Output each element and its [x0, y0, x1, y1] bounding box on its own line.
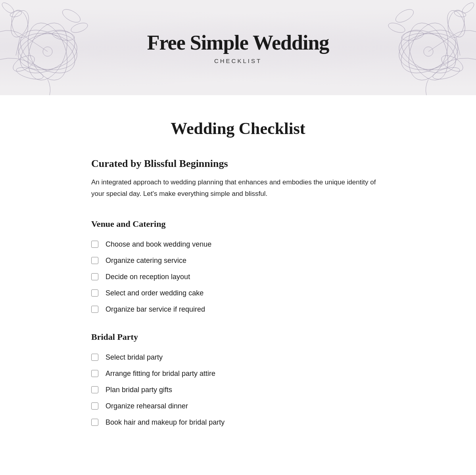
section-heading-venue: Venue and Catering [91, 219, 385, 229]
list-item: Organize catering service [91, 253, 385, 269]
item-label: Organize bar service if required [106, 305, 205, 314]
checklist-venue-items: Choose and book wedding venue Organize c… [91, 236, 385, 318]
section-bridal-party: Bridal Party Select bridal party Arrange… [91, 332, 385, 431]
item-label: Organize rehearsal dinner [106, 402, 188, 410]
checkbox[interactable] [91, 257, 98, 264]
svg-point-25 [446, 9, 466, 39]
list-item: Plan bridal party gifts [91, 382, 385, 398]
svg-point-12 [70, 21, 89, 34]
list-item: Select and order wedding cake [91, 285, 385, 301]
item-label: Plan bridal party gifts [106, 386, 172, 394]
header-banner: Free Simple Wedding CHECKLIST [0, 0, 476, 95]
checkbox[interactable] [91, 289, 98, 297]
svg-point-11 [60, 7, 82, 25]
checkbox[interactable] [91, 273, 98, 280]
checklist-bridal-items: Select bridal party Arrange fitting for … [91, 349, 385, 431]
list-item: Select bridal party [91, 349, 385, 366]
author-heading: Curated by Blissful Beginnings [91, 158, 385, 170]
section-venue-catering: Venue and Catering Choose and book weddi… [91, 219, 385, 318]
header-title: Free Simple Wedding [147, 31, 329, 54]
list-item: Arrange fitting for bridal party attire [91, 366, 385, 382]
checkbox[interactable] [91, 370, 98, 377]
svg-point-27 [393, 7, 415, 25]
checkbox[interactable] [91, 386, 98, 393]
page-title: Wedding Checklist [91, 119, 385, 138]
item-label: Decide on reception layout [106, 273, 190, 281]
item-label: Arrange fitting for bridal party attire [106, 370, 215, 378]
list-item: Decide on reception layout [91, 269, 385, 285]
item-label: Select and order wedding cake [106, 289, 203, 297]
checkbox[interactable] [91, 241, 98, 248]
checkbox[interactable] [91, 306, 98, 313]
section-heading-bridal: Bridal Party [91, 332, 385, 342]
svg-point-30 [461, 1, 476, 15]
list-item: Choose and book wedding venue [91, 236, 385, 253]
checkbox[interactable] [91, 419, 98, 426]
header-subtitle: CHECKLIST [214, 57, 262, 64]
description-text: An integrated approach to wedding planni… [91, 177, 385, 200]
item-label: Book hair and makeup for bridal party [106, 418, 225, 427]
item-label: Choose and book wedding venue [106, 240, 211, 249]
item-label: Organize catering service [106, 257, 186, 265]
list-item: Organize rehearsal dinner [91, 398, 385, 414]
checkbox[interactable] [91, 354, 98, 361]
list-item: Organize bar service if required [91, 301, 385, 318]
svg-point-28 [387, 21, 406, 34]
flower-right-decoration [357, 0, 476, 95]
svg-point-14 [0, 1, 15, 15]
main-content: Wedding Checklist Curated by Blissful Be… [60, 95, 416, 469]
list-item: Book hair and makeup for bridal party [91, 414, 385, 431]
checkbox[interactable] [91, 402, 98, 410]
item-label: Select bridal party [106, 353, 163, 362]
svg-point-26 [444, 8, 468, 39]
flower-left-decoration [0, 0, 119, 95]
svg-point-10 [8, 8, 32, 39]
svg-point-9 [10, 9, 30, 39]
